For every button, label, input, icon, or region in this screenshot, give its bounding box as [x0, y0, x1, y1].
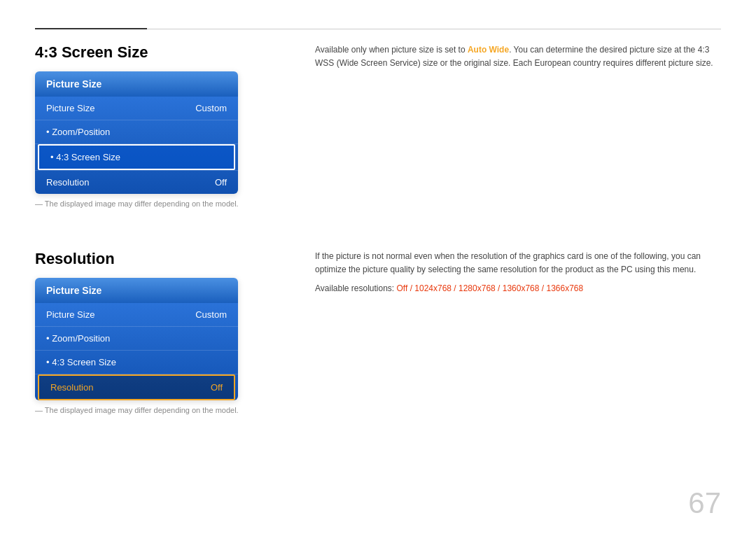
- menu-item-resolution-2[interactable]: Resolution Off: [38, 374, 235, 400]
- section2-left: Resolution Picture Size Picture Size Cus…: [35, 250, 301, 414]
- menu-header-1: Picture Size: [35, 71, 238, 97]
- menu-item-zoom-position-1[interactable]: • Zoom/Position: [35, 120, 238, 143]
- item-label-resolution-2: Resolution: [50, 382, 93, 393]
- menu-item-43-screen-2[interactable]: • 4:3 Screen Size: [35, 351, 238, 374]
- section1-right: Available only when picture size is set …: [301, 43, 721, 208]
- item-label-picture-size-1: Picture Size: [46, 103, 94, 113]
- item-value-picture-size-2: Custom: [195, 309, 227, 320]
- menu-card-2: Picture Size Picture Size Custom • Zoom/…: [35, 278, 238, 400]
- menu-item-43-screen[interactable]: • 4:3 Screen Size: [38, 144, 235, 170]
- menu-item-resolution-1[interactable]: Resolution Off: [35, 171, 238, 194]
- page-container: 4:3 Screen Size Picture Size Picture Siz…: [0, 0, 756, 534]
- section-43-screen-size: 4:3 Screen Size Picture Size Picture Siz…: [35, 43, 721, 208]
- section2-description1: If the picture is not normal even when t…: [315, 250, 721, 276]
- item-value-resolution-1: Off: [215, 177, 227, 188]
- menu-item-picture-size-2[interactable]: Picture Size Custom: [35, 303, 238, 326]
- section2-note: — The displayed image may differ dependi…: [35, 406, 301, 414]
- item-label-resolution-1: Resolution: [46, 177, 89, 188]
- rule-dark: [35, 28, 147, 29]
- item-label-zoom-1: • Zoom/Position: [46, 127, 110, 137]
- menu-item-zoom-position-2[interactable]: • Zoom/Position: [35, 327, 238, 350]
- rule-light: [147, 29, 721, 29]
- desc-before-1: Available only when picture size is set …: [315, 45, 468, 55]
- menu-body-2: Picture Size Custom • Zoom/Position • 4:…: [35, 303, 238, 400]
- section1-title: 4:3 Screen Size: [35, 43, 301, 62]
- item-label-43-1: • 4:3 Screen Size: [50, 152, 120, 162]
- item-value-resolution-2: Off: [211, 382, 223, 393]
- section1-left: 4:3 Screen Size Picture Size Picture Siz…: [35, 43, 301, 208]
- menu-header-2: Picture Size: [35, 278, 238, 303]
- section1-description: Available only when picture size is set …: [315, 43, 721, 70]
- header-rule: [35, 28, 721, 29]
- menu-card-1: Picture Size Picture Size Custom • Zoom/…: [35, 71, 238, 194]
- item-label-picture-size-2: Picture Size: [46, 309, 94, 320]
- menu-item-picture-size-1[interactable]: Picture Size Custom: [35, 97, 238, 120]
- section1-note: — The displayed image may differ dependi…: [35, 199, 301, 208]
- available-resolutions: Off / 1024x768 / 1280x768 / 1360x768 / 1…: [397, 283, 584, 293]
- section2-title: Resolution: [35, 250, 301, 268]
- page-number: 67: [688, 486, 721, 520]
- item-label-zoom-2: • Zoom/Position: [46, 333, 110, 344]
- item-value-picture-size-1: Custom: [195, 103, 227, 113]
- section2-available: Available resolutions: Off / 1024x768 / …: [315, 282, 721, 295]
- menu-body-1: Picture Size Custom • Zoom/Position • 4:…: [35, 97, 238, 194]
- section-resolution: Resolution Picture Size Picture Size Cus…: [35, 250, 721, 414]
- available-label: Available resolutions:: [315, 283, 397, 293]
- item-label-43-2: • 4:3 Screen Size: [46, 357, 116, 367]
- section2-right: If the picture is not normal even when t…: [301, 250, 721, 414]
- auto-wide-label: Auto Wide: [468, 45, 509, 55]
